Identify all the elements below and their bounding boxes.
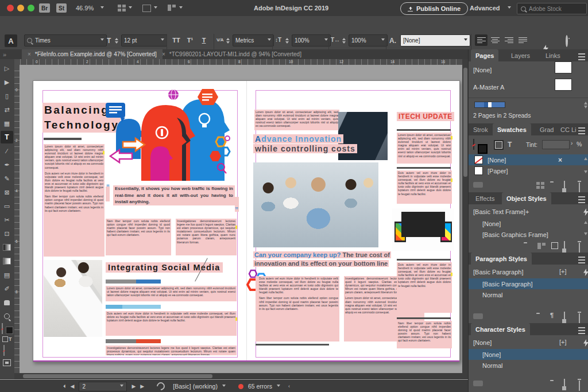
preflight-profile-label[interactable]: [Basic] (working) — [173, 383, 218, 390]
document-tab-active[interactable]: × *FileInfo.com Example.indd @ 47% [Conv… — [22, 49, 163, 59]
new-swatch-icon[interactable] — [564, 181, 565, 192]
fill-proxy-swatch[interactable] — [473, 139, 474, 150]
settings-gear-icon[interactable] — [566, 35, 568, 47]
scroll-up-icon[interactable] — [584, 219, 587, 224]
kerning-select[interactable]: Metrics — [233, 34, 274, 46]
page-number-select[interactable]: 2 — [79, 382, 127, 391]
minimize-window-button[interactable] — [17, 5, 24, 11]
quick-apply-icon[interactable] — [583, 208, 588, 216]
close-window-button[interactable] — [7, 5, 14, 11]
document-layout-chevron-icon[interactable] — [179, 6, 183, 10]
tab-gradient[interactable]: Grad — [535, 123, 558, 135]
type-tool[interactable]: T — [1, 131, 13, 143]
scroll-up-icon[interactable] — [584, 156, 587, 160]
gradient-feather-tool[interactable] — [1, 255, 13, 267]
first-page-button[interactable]: ⏴ — [63, 383, 66, 390]
document-spread[interactable]: Balancing Technology Lorem ipsum dolor s… — [33, 80, 460, 362]
selection-tool[interactable]: ▷ — [1, 62, 13, 75]
page-left[interactable]: Balancing Technology Lorem ipsum dolor s… — [33, 81, 246, 362]
photo-team-meeting[interactable] — [253, 162, 378, 247]
tab-layers[interactable]: Layers — [506, 49, 535, 61]
new-style-icon[interactable] — [564, 312, 565, 323]
scroll-down-icon[interactable] — [584, 232, 587, 237]
note-tool[interactable]: ▤ — [1, 269, 13, 281]
style-cloud-icon[interactable] — [473, 313, 483, 319]
character-style-row[interactable]: [None] × — [469, 349, 588, 360]
photo-two-men-laptop[interactable] — [44, 260, 102, 337]
all-caps-button[interactable]: TT — [170, 35, 183, 45]
kerning-stepper[interactable] — [226, 36, 230, 45]
spread-thumbnail[interactable] — [474, 102, 505, 108]
delete-style-icon[interactable] — [579, 381, 580, 391]
scroll-down-icon[interactable] — [584, 170, 587, 175]
quick-apply-icon[interactable] — [583, 339, 588, 347]
paragraph-style-row[interactable]: Normal — [469, 289, 588, 300]
preflight-icon[interactable] — [155, 381, 167, 392]
collapse-status-icon[interactable]: ‹ — [288, 383, 290, 389]
font-family-select[interactable]: Times — [24, 34, 107, 46]
stroke-proxy-swatch[interactable] — [6, 327, 13, 334]
free-transform-tool[interactable]: ⊡ — [1, 227, 13, 240]
page-tool[interactable]: ▯ — [1, 90, 13, 102]
tab-pages[interactable]: Pages — [471, 49, 498, 61]
rectangle-tool[interactable]: ▭ — [1, 200, 13, 212]
panel-menu-icon[interactable] — [578, 53, 585, 60]
fill-proxy-swatch[interactable] — [2, 323, 3, 334]
last-page-button[interactable]: ▶ — [140, 383, 144, 389]
formatting-affects-container-button[interactable] — [2, 336, 8, 342]
page-thumbnail[interactable] — [555, 61, 572, 73]
justify-left-button[interactable] — [516, 34, 529, 46]
new-swatch-group-icon[interactable] — [536, 182, 544, 189]
vertical-scale-stepper[interactable] — [285, 36, 289, 45]
tint-field[interactable] — [542, 140, 570, 149]
next-page-button[interactable]: ▶ — [131, 383, 136, 389]
horizontal-scrollbar-thumb[interactable] — [23, 374, 212, 378]
panel-menu-icon[interactable] — [578, 196, 585, 203]
formatting-affects-container-button[interactable] — [495, 141, 502, 149]
pencil-tool[interactable]: ✎ — [1, 172, 13, 185]
previous-page-button[interactable]: ◀ — [71, 383, 75, 389]
formatting-affects-text-button[interactable]: T — [508, 141, 512, 149]
master-row-none[interactable]: [None] — [469, 64, 588, 75]
font-size-select[interactable]: 12 pt — [121, 34, 167, 46]
swatch-views-icon[interactable] — [473, 182, 483, 188]
tab-character-styles[interactable]: Character Styles — [471, 323, 530, 335]
zoom-window-button[interactable] — [28, 5, 34, 11]
new-style-icon[interactable] — [564, 379, 565, 390]
tab-paragraph-styles[interactable]: Paragraph Styles — [471, 253, 532, 265]
tools-collapse-icon[interactable]: » — [3, 51, 6, 58]
close-tab-icon[interactable]: × — [162, 51, 165, 57]
photo-devices[interactable] — [392, 208, 454, 251]
delete-style-icon[interactable] — [579, 313, 580, 324]
align-right-button[interactable] — [502, 34, 515, 46]
new-style-icon[interactable] — [564, 241, 565, 252]
font-size-stepper[interactable] — [115, 36, 118, 45]
style-cloud-icon[interactable] — [473, 381, 483, 386]
publish-online-button[interactable]: Publish Online — [400, 2, 468, 15]
view-options-chevron-icon[interactable] — [129, 6, 132, 10]
clear-overrides-icon[interactable]: ¶ — [550, 312, 554, 319]
close-tab-icon[interactable]: × — [28, 51, 31, 57]
zoom-level-value[interactable]: 46.9% — [76, 5, 94, 11]
gap-tool[interactable]: ⇄ — [1, 103, 13, 116]
tab-stroke[interactable]: Strok — [469, 123, 493, 135]
quick-apply-icon[interactable] — [583, 269, 588, 276]
tint-chevron[interactable]: › — [571, 140, 572, 146]
advanced-chevron-icon[interactable] — [508, 6, 511, 10]
gradient-swatch-tool[interactable] — [1, 241, 13, 254]
character-style-select[interactable]: [None] — [400, 34, 470, 46]
advanced-workspace-button[interactable]: Advanced — [470, 5, 500, 11]
object-style-row[interactable]: [Basic Graphics Frame] — [469, 229, 588, 240]
line-tool[interactable]: ∕ — [1, 145, 13, 157]
error-count-label[interactable]: 65 errors — [248, 383, 272, 390]
align-center-button[interactable] — [489, 34, 501, 46]
panel-menu-icon[interactable] — [578, 257, 585, 263]
panel-menu-icon[interactable] — [578, 127, 585, 134]
tab-swatches[interactable]: Swatches — [493, 123, 531, 135]
screen-mode-chevron-icon[interactable] — [154, 6, 157, 10]
align-left-button[interactable] — [475, 34, 488, 46]
tab-cc-libraries[interactable]: CC Li — [556, 123, 581, 135]
apply-none-button[interactable] — [3, 345, 5, 356]
horizontal-scale-stepper[interactable] — [342, 36, 346, 45]
swatch-row-none[interactable]: [None] × — [469, 154, 588, 165]
